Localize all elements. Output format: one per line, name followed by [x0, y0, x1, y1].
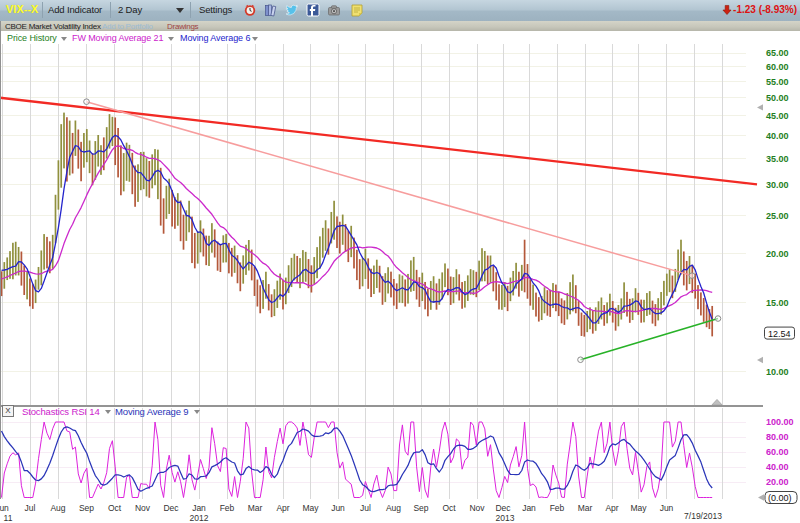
price-bar: [302, 250, 304, 283]
price-bar: [419, 277, 421, 307]
chevron-down-icon[interactable]: [168, 37, 174, 41]
price-bar: [566, 293, 568, 319]
price-bar: [342, 215, 344, 245]
price-bar: [618, 305, 620, 326]
price-bar: [43, 234, 45, 269]
price-tick-label: 45.00: [766, 111, 789, 121]
chevron-down-icon[interactable]: [105, 410, 111, 414]
chevron-down-icon[interactable]: [252, 37, 258, 41]
price-bar: [203, 229, 205, 257]
price-bar: [177, 193, 179, 226]
month-label: Jun: [331, 503, 345, 513]
price-bar: [117, 128, 119, 177]
trendline-handle[interactable]: [715, 316, 721, 322]
stoch-ma-menu[interactable]: Moving Average 9: [115, 406, 188, 417]
add-indicator-button[interactable]: Add Indicator: [48, 4, 102, 15]
chart-canvas[interactable]: 65.0060.0055.0050.0045.0040.0035.0030.00…: [0, 44, 800, 523]
price-bar: [157, 150, 159, 200]
price-bar: [26, 272, 28, 299]
price-bar: [114, 117, 116, 165]
price-bar: [581, 313, 583, 336]
price-bar: [38, 267, 40, 290]
price-bar: [123, 153, 125, 191]
trendline-handle[interactable]: [689, 273, 695, 279]
collapse-pane-icon[interactable]: [712, 399, 722, 404]
price-bar: [379, 266, 381, 293]
trendline-handle[interactable]: [84, 99, 90, 105]
price-bar: [225, 234, 227, 263]
symbol-label[interactable]: VIX--X: [6, 3, 38, 15]
price-bar: [296, 256, 298, 283]
settings-button[interactable]: Settings: [199, 4, 232, 15]
library-icon[interactable]: [264, 3, 278, 17]
price-bar: [32, 284, 34, 309]
stoch-rsi-menu[interactable]: Stochastics RSI 14: [22, 406, 100, 417]
ma6-menu[interactable]: Moving Average 6: [180, 33, 250, 43]
price-bar: [313, 257, 315, 285]
twitter-icon[interactable]: [285, 3, 299, 17]
price-bar: [129, 145, 131, 182]
price-bar: [396, 283, 398, 309]
trendline-downtrend-major[interactable]: [0, 98, 757, 185]
price-bar: [29, 278, 31, 306]
price-tick-label: 25.00: [766, 211, 789, 221]
price-bar: [538, 297, 540, 321]
price-bar: [183, 215, 185, 250]
add-to-portfolio-link[interactable]: Add to Portfolio: [102, 22, 153, 31]
price-bar: [436, 283, 438, 309]
price-tick-label: 15.00: [766, 298, 789, 308]
price-bar: [214, 229, 216, 257]
chevron-down-icon[interactable]: [194, 410, 200, 414]
price-bar: [663, 281, 665, 306]
price-bar: [83, 133, 85, 168]
alert-clock-icon[interactable]: [243, 3, 257, 17]
drawings-link[interactable]: Drawings: [167, 22, 198, 31]
price-bar: [660, 292, 662, 315]
price-bar: [276, 281, 278, 308]
price-bar: [63, 113, 65, 169]
stoch-tick-label: 20.00: [766, 477, 789, 487]
price-bar: [529, 279, 531, 305]
year-label: 2013: [496, 513, 515, 523]
month-label: Aug: [386, 503, 401, 513]
price-bar: [666, 274, 668, 296]
trendline-downtrend-minor[interactable]: [87, 102, 693, 276]
price-bar: [453, 277, 455, 303]
facebook-icon[interactable]: [306, 3, 320, 17]
month-label: Nov: [135, 503, 151, 513]
month-label: Feb: [220, 503, 235, 513]
price-bar: [259, 285, 261, 313]
price-bar: [427, 289, 429, 317]
price-bar: [86, 129, 88, 162]
notes-icon[interactable]: [350, 3, 364, 17]
price-bar: [413, 257, 415, 291]
price-bar: [561, 298, 563, 323]
price-bar: [171, 190, 173, 227]
chevron-down-icon[interactable]: [176, 8, 184, 13]
price-bar: [527, 264, 529, 299]
price-bar: [691, 265, 693, 293]
trendline-handle[interactable]: [578, 357, 584, 363]
chevron-down-icon[interactable]: [61, 37, 67, 41]
price-bar: [200, 220, 202, 252]
month-label: Oct: [442, 503, 456, 513]
month-label: Jul: [360, 503, 371, 513]
period-select[interactable]: 2 Day: [118, 4, 142, 15]
price-tick-label: 10.00: [766, 367, 789, 377]
snapshot-icon[interactable]: [327, 3, 341, 17]
month-label: Feb: [550, 503, 565, 513]
price-bar: [325, 220, 327, 251]
price-history-menu[interactable]: Price History: [7, 33, 57, 43]
price-bar: [89, 140, 91, 173]
toolbar-separator: [190, 2, 191, 18]
price-bar: [362, 258, 364, 286]
price-bar: [461, 282, 463, 309]
trendline-uptrend[interactable]: [581, 319, 719, 360]
price-bar: [492, 265, 494, 291]
price-bar: [208, 236, 210, 266]
close-pane-button[interactable]: X: [2, 405, 14, 417]
price-bar: [467, 275, 469, 301]
month-label: Aug: [50, 503, 65, 513]
ma21-menu[interactable]: FW Moving Average 21: [72, 33, 163, 43]
price-bar: [643, 300, 645, 322]
